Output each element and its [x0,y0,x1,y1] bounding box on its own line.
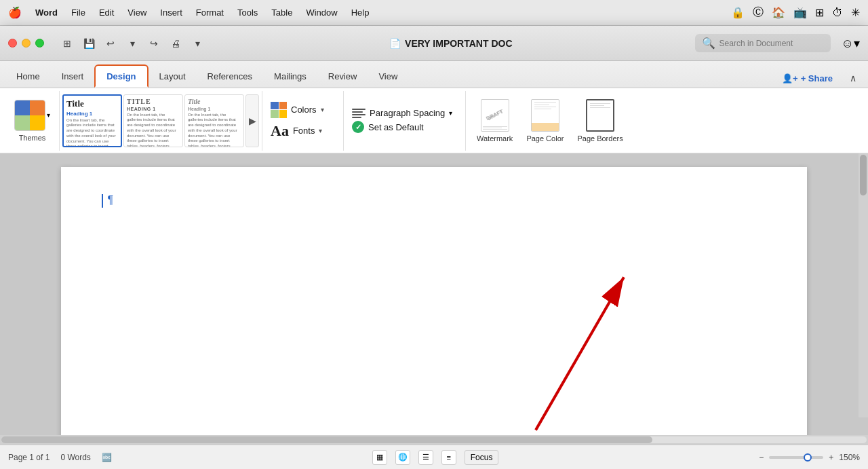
menu-edit[interactable]: Edit [94,5,119,20]
document-scroll-area[interactable]: ¶ [0,153,868,435]
style-text-3: On the Insert tab, the galleries include… [188,113,241,147]
style-item-3[interactable]: Title Heading 1 On the Insert tab, the g… [184,94,244,147]
para-line-4 [352,117,361,118]
undo-dropdown-button[interactable]: ▾ [123,34,142,53]
save-button[interactable]: 💾 [79,34,98,53]
themes-label: Themes [19,134,46,142]
horizontal-scrollbar[interactable] [0,435,868,445]
colors-fonts-section: Colors ▾ Aa Fonts ▾ [262,91,344,151]
gallery-next-button[interactable]: ▶ [245,94,259,147]
clipboard-icon[interactable]: Ⓒ [753,5,764,20]
tab-home[interactable]: Home [5,64,51,88]
menu-tools[interactable]: Tools [232,5,263,20]
themes-button[interactable]: ▾ [14,100,50,131]
ribbon-content: ▾ Themes Title Heading 1 On the Insert t… [0,88,868,153]
styles-gallery-section: Title Heading 1 On the Insert tab, the g… [60,91,262,151]
themes-color-2 [30,100,45,115]
page-color-dropdown[interactable]: Page Color [526,134,564,143]
style-title-2: TITLE [127,98,180,105]
time-machine-icon[interactable]: ⏱ [832,7,843,19]
undo-button[interactable]: ↩ [101,34,120,53]
fonts-button[interactable]: Aa Fonts ▾ [271,122,322,140]
page-design-section: DRAFT Watermark [466,91,634,151]
tab-references[interactable]: References [197,64,263,88]
vscrollbar-thumb[interactable] [860,155,867,195]
grid-icon[interactable]: ⊞ [815,6,824,19]
search-input[interactable] [719,39,824,48]
password-icon[interactable]: 🔒 [731,6,745,19]
outline-view-button[interactable]: ☰ [418,450,433,465]
colors-button[interactable]: Colors ▾ [271,102,324,118]
style-item-2[interactable]: TITLE HEADING 1 On the Insert tab, the g… [123,94,183,147]
page-color-item[interactable]: Page Color [521,96,569,145]
style-title-3: Title [188,98,241,105]
document-area: ¶ [0,153,868,445]
style-heading-3: Heading 1 [188,107,241,111]
page-color-label: Page Color [526,134,564,143]
sidebar-toggle-button[interactable]: ⊞ [58,34,77,53]
themes-section: ▾ Themes [5,91,60,151]
color-swatch-4 [279,110,288,118]
close-button[interactable] [8,39,17,48]
document-title: 📄 VERY IMPORTANT DOC [212,38,690,49]
zoom-slider-thumb[interactable] [804,453,812,462]
themes-dropdown-arrow: ▾ [47,111,50,119]
menu-help[interactable]: Help [346,5,375,20]
color-swatch-2 [279,102,288,110]
app-name[interactable]: Word [30,5,63,20]
ribbon-collapse-button[interactable]: ∧ [844,69,863,88]
apple-menu[interactable]: 🍎 [8,6,22,19]
tab-layout[interactable]: Layout [149,64,197,88]
draft-view-button[interactable]: ≡ [441,450,456,465]
doc-title-text: VERY IMPORTANT DOC [405,38,512,49]
menu-file[interactable]: File [66,5,91,20]
tab-view[interactable]: View [368,64,408,88]
redo-button[interactable]: ↪ [144,34,163,53]
style-heading-2: HEADING 1 [127,107,180,111]
print-button[interactable]: 🖨 [166,34,185,53]
menu-window[interactable]: Window [300,5,342,20]
paragraph-spacing-dropdown-arrow: ▾ [449,109,452,117]
set-as-default-button[interactable]: ✓ Set as Default [352,121,424,133]
zoom-in-icon[interactable]: + [829,453,833,462]
tab-mailings[interactable]: Mailings [263,64,317,88]
paragraph-spacing-button[interactable]: Paragraph Spacing ▾ [352,108,452,118]
tab-review[interactable]: Review [317,64,368,88]
word-window: ⊞ 💾 ↩ ▾ ↪ 🖨 ▾ 📄 VERY IMPORTANT DOC 🔍 ☺▾ … [0,26,868,469]
more-button[interactable]: ▾ [188,34,207,53]
share-button[interactable]: 👤+ + Share [776,71,838,86]
watermark-item[interactable]: DRAFT Watermark [471,96,518,145]
para-line-1 [352,109,366,110]
themes-icon [14,100,45,131]
web-view-button[interactable]: 🌐 [395,450,410,465]
home-icon[interactable]: 🏠 [772,6,785,19]
hscrollbar-thumb[interactable] [1,436,652,443]
airplay-icon[interactable]: 📺 [793,6,807,19]
menu-table[interactable]: Table [266,5,298,20]
tab-insert[interactable]: Insert [51,64,95,88]
document-page[interactable]: ¶ [61,167,807,435]
menu-view[interactable]: View [122,5,152,20]
page-color-fill [532,123,559,131]
tab-design[interactable]: Design [94,64,148,88]
bluetooth-icon[interactable]: ✳ [851,6,860,19]
zoom-slider-track [769,456,823,459]
zoom-out-icon[interactable]: − [759,453,764,462]
menu-format[interactable]: Format [191,5,229,20]
emoji-button[interactable]: ☺▾ [842,36,860,51]
layout-view-button[interactable]: ▦ [372,450,387,465]
maximize-button[interactable] [35,39,44,48]
style-heading-1: Heading 1 [66,111,118,117]
set-as-default-label: Set as Default [368,122,424,132]
statusbar: Page 1 of 1 0 Words 🔤 ▦ 🌐 ☰ ≡ Focus − + … [0,445,868,469]
minimize-button[interactable] [22,39,31,48]
page-borders-item[interactable]: Page Borders [572,96,628,145]
search-bar[interactable]: 🔍 [695,34,831,52]
focus-button[interactable]: Focus [465,450,499,465]
vertical-scrollbar[interactable] [859,153,868,417]
proofing-icon[interactable]: 🔤 [102,453,112,462]
fonts-label: Fonts [293,126,315,136]
zoom-slider[interactable] [769,456,823,459]
menu-insert[interactable]: Insert [155,5,188,20]
style-item-1[interactable]: Title Heading 1 On the Insert tab, the g… [62,94,122,147]
